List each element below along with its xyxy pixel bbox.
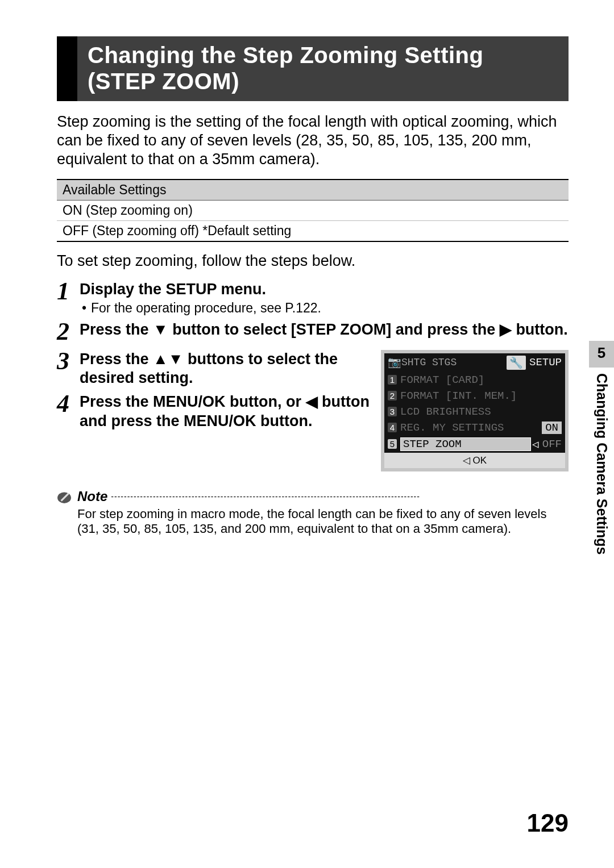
- section-title: Changing the Step Zooming Setting (STEP …: [77, 36, 493, 101]
- step2-post: button.: [512, 321, 568, 338]
- step3-pre: Press the: [80, 350, 153, 368]
- up-down-arrow-icon: ▲▼: [153, 350, 183, 368]
- steps-with-screenshot: 3 Press the ▲▼ buttons to select the des…: [57, 350, 569, 471]
- chapter-label: Changing Camera Settings: [589, 368, 614, 561]
- camera-lcd-screenshot: 📷 SHTG STGS 🔧 SETUP 1 FORMAT [CARD] 2 FO…: [381, 350, 569, 471]
- step-title: Display the SETUP menu.: [80, 280, 569, 299]
- title-stripe: [57, 36, 77, 101]
- step-body: Press the ▼ button to select [STEP ZOOM]…: [80, 320, 569, 340]
- chapter-number: 5: [589, 341, 614, 368]
- step-2: 2 Press the ▼ button to select [STEP ZOO…: [57, 320, 569, 345]
- lcd-screen: 📷 SHTG STGS 🔧 SETUP 1 FORMAT [CARD] 2 FO…: [381, 350, 569, 471]
- down-arrow-icon: ▼: [153, 321, 168, 338]
- step-title: Press the MENU/OK button, or ◀ button an…: [80, 393, 371, 431]
- lcd-tabs: 📷 SHTG STGS 🔧 SETUP: [384, 353, 565, 372]
- step-body: Press the ▲▼ buttons to select the desir…: [80, 350, 371, 389]
- step-1: 1 Display the SETUP menu. For the operat…: [57, 280, 569, 316]
- step2-pre: Press the: [80, 321, 153, 338]
- title-line-1: Changing the Step Zooming Setting: [88, 43, 483, 68]
- lcd-row-value: ON: [542, 422, 562, 434]
- note-divider: ----------------------------------------…: [107, 492, 569, 501]
- step-body: Display the SETUP menu. For the operatin…: [80, 280, 569, 316]
- note-pencil-icon: [57, 489, 72, 504]
- lcd-row-label: REG. MY SETTINGS: [400, 422, 542, 434]
- wrench-icon: 🔧: [507, 356, 526, 370]
- lcd-row-num: 5: [388, 439, 397, 449]
- step-number: 1: [57, 279, 80, 304]
- step-body: Press the MENU/OK button, or ◀ button an…: [80, 393, 371, 431]
- camera-icon: 📷: [388, 356, 401, 369]
- settings-table-header: Available Settings: [57, 180, 569, 201]
- note-block: Note -----------------------------------…: [57, 489, 569, 537]
- lcd-row-4: 4 REG. MY SETTINGS ON: [384, 420, 565, 436]
- steps-column: 3 Press the ▲▼ buttons to select the des…: [57, 350, 371, 436]
- manual-page: Changing the Step Zooming Setting (STEP …: [0, 0, 614, 868]
- left-arrow-icon: ◀: [306, 393, 318, 410]
- lcd-row-label: STEP ZOOM: [400, 437, 531, 451]
- lcd-row-label: FORMAT [CARD]: [400, 374, 562, 386]
- lcd-row-num: 1: [388, 375, 397, 385]
- lcd-row-label: FORMAT [INT. MEM.]: [400, 390, 562, 402]
- lcd-row-3: 3 LCD BRIGHTNESS: [384, 404, 565, 420]
- settings-row-on: ON (Step zooming on): [57, 201, 569, 220]
- section-title-banner: Changing the Step Zooming Setting (STEP …: [57, 36, 569, 101]
- step-number: 2: [57, 319, 80, 344]
- step4-pre: Press the MENU/OK button, or: [80, 393, 306, 410]
- step-subtext: For the operating procedure, see P.122.: [80, 301, 569, 316]
- lcd-row-value: OFF: [540, 438, 562, 450]
- step-number: 4: [57, 391, 80, 416]
- page-number: 129: [527, 809, 569, 837]
- right-arrow-icon: ▶: [500, 321, 512, 338]
- lcd-row-2: 2 FORMAT [INT. MEM.]: [384, 388, 565, 404]
- step-number: 3: [57, 349, 80, 374]
- note-heading: Note -----------------------------------…: [57, 489, 569, 504]
- lcd-row-num: 3: [388, 407, 397, 416]
- note-label: Note: [77, 489, 107, 504]
- step-3: 3 Press the ▲▼ buttons to select the des…: [57, 350, 371, 389]
- lead-in-text: To set step zooming, follow the steps be…: [57, 252, 569, 270]
- step2-mid: button to select [STEP ZOOM] and press t…: [168, 321, 500, 338]
- lcd-row-num: 4: [388, 423, 397, 432]
- lcd-row-label: LCD BRIGHTNESS: [400, 406, 562, 418]
- lcd-row-5-selected: 5 STEP ZOOM ◁ OFF: [384, 436, 565, 453]
- lcd-row-num: 2: [388, 391, 397, 400]
- step-title: Press the ▲▼ buttons to select the desir…: [80, 350, 371, 389]
- lcd-tab-shtg: SHTG STGS: [401, 357, 503, 368]
- step-title: Press the ▼ button to select [STEP ZOOM]…: [80, 320, 569, 340]
- lcd-row-1: 1 FORMAT [CARD]: [384, 372, 565, 388]
- lcd-left-caret-icon: ◁: [531, 437, 540, 451]
- side-tab: 5 Changing Camera Settings: [589, 341, 614, 561]
- step-4: 4 Press the MENU/OK button, or ◀ button …: [57, 393, 371, 431]
- title-line-2: (STEP ZOOM): [88, 69, 239, 94]
- available-settings-table: Available Settings ON (Step zooming on) …: [57, 179, 569, 242]
- lcd-tab-setup: SETUP: [529, 356, 562, 369]
- lcd-footer-ok: ◁ OK: [384, 453, 565, 468]
- intro-paragraph: Step zooming is the setting of the focal…: [57, 112, 569, 169]
- settings-row-off: OFF (Step zooming off) *Default setting: [57, 220, 569, 241]
- note-body: For step zooming in macro mode, the foca…: [57, 507, 569, 537]
